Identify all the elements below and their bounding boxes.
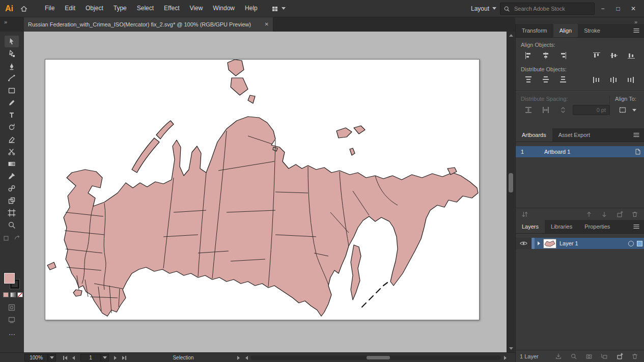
distribute-vertical-center-icon[interactable]	[538, 74, 553, 86]
rotate-tool[interactable]	[5, 121, 19, 133]
artboard-list-item[interactable]: 1 Artboard 1	[516, 146, 644, 157]
rectangle-tool[interactable]	[5, 85, 19, 96]
zoom-level-field[interactable]: 100%	[24, 354, 48, 361]
first-artboard-button[interactable]	[63, 356, 67, 360]
tab-align[interactable]: Align	[553, 24, 578, 37]
scissors-tool[interactable]	[5, 146, 19, 157]
panel-menu-icon[interactable]	[633, 128, 644, 142]
new-artboard-icon[interactable]	[614, 209, 625, 220]
menu-type[interactable]: Type	[108, 0, 132, 17]
menu-edit[interactable]: Edit	[60, 0, 80, 17]
zoom-dropdown-button[interactable]	[48, 354, 56, 361]
artboard-page-icon[interactable]	[632, 146, 644, 157]
minimize-button[interactable]: −	[595, 0, 610, 17]
layer-name[interactable]: Layer 1	[559, 240, 578, 246]
tab-properties[interactable]: Properties	[578, 220, 616, 233]
horizontal-scrollbar[interactable]	[250, 355, 501, 360]
maximize-button[interactable]: □	[610, 0, 626, 17]
search-input[interactable]	[513, 5, 591, 12]
screen-mode-icon[interactable]	[5, 314, 19, 325]
canvas-area[interactable]	[24, 32, 507, 352]
delete-layer-icon[interactable]	[630, 351, 640, 362]
align-right-icon[interactable]	[555, 50, 571, 61]
align-vertical-center-icon[interactable]	[606, 50, 622, 61]
align-top-icon[interactable]	[589, 50, 604, 61]
align-left-icon[interactable]	[521, 50, 536, 61]
layer-thumbnail[interactable]	[543, 239, 556, 248]
close-button[interactable]: ✕	[626, 0, 641, 17]
vertical-scrollbar[interactable]	[507, 32, 515, 352]
panel-menu-icon[interactable]	[633, 220, 644, 233]
menu-help[interactable]: Help	[240, 0, 263, 17]
panel-menu-icon[interactable]	[633, 24, 644, 37]
menu-select[interactable]: Select	[132, 0, 159, 17]
blend-tool[interactable]	[5, 182, 19, 194]
vertical-scroll-thumb[interactable]	[509, 173, 513, 192]
selection-tool[interactable]	[5, 36, 19, 47]
move-up-icon[interactable]	[584, 209, 594, 220]
gradient-button[interactable]	[10, 292, 16, 297]
horizontal-spacing-icon[interactable]	[538, 104, 553, 116]
make-mask-icon[interactable]	[584, 351, 594, 362]
close-document-icon[interactable]: ✕	[265, 21, 269, 27]
menu-file[interactable]: File	[40, 0, 60, 17]
layer-list-item[interactable]: Layer 1	[516, 238, 644, 249]
next-artboard-button[interactable]	[114, 356, 117, 360]
chevron-down-icon[interactable]	[632, 109, 636, 112]
horizontal-scroll-thumb[interactable]	[367, 356, 390, 359]
artboard-tool[interactable]	[5, 207, 19, 218]
curvature-tool[interactable]	[5, 72, 19, 84]
swap-fill-stroke-icon[interactable]	[12, 232, 22, 244]
direct-selection-tool[interactable]	[5, 48, 19, 60]
align-to-selection-icon[interactable]	[615, 104, 630, 116]
tab-transform[interactable]: Transform	[516, 24, 553, 37]
pen-tool[interactable]	[5, 60, 19, 72]
artboard[interactable]	[45, 59, 480, 320]
home-icon[interactable]	[17, 3, 31, 15]
artboard-nav-dropdown[interactable]	[101, 354, 109, 361]
distribute-bottom-icon[interactable]	[555, 74, 571, 86]
scroll-up-icon[interactable]	[509, 34, 513, 37]
zoom-tool[interactable]	[5, 219, 19, 231]
collect-for-export-icon[interactable]	[553, 351, 564, 362]
distribute-horizontal-center-icon[interactable]	[606, 74, 622, 86]
tab-libraries[interactable]: Libraries	[545, 220, 578, 233]
adobe-stock-search[interactable]	[500, 3, 595, 15]
scroll-left-icon[interactable]	[245, 356, 248, 360]
tab-layers[interactable]: Layers	[516, 220, 545, 233]
color-button[interactable]	[3, 292, 9, 297]
layer-target-icon[interactable]	[628, 241, 634, 246]
menu-effect[interactable]: Effect	[159, 0, 184, 17]
distribute-top-icon[interactable]	[521, 74, 536, 86]
spacing-value-field[interactable]: 0 pt	[573, 105, 609, 115]
menu-window[interactable]: Window	[208, 0, 240, 17]
layout-workspace-button[interactable]: Layout	[471, 0, 496, 17]
drawing-modes-icon[interactable]	[5, 301, 19, 313]
status-expand-icon[interactable]	[237, 356, 240, 360]
move-down-icon[interactable]	[599, 209, 609, 220]
selection-mode-icon[interactable]	[1, 232, 11, 244]
new-layer-icon[interactable]	[614, 351, 625, 362]
last-artboard-button[interactable]	[122, 356, 126, 360]
edit-toolbar-button[interactable]: …	[0, 328, 24, 337]
spacing-stepper[interactable]	[555, 104, 571, 116]
scroll-right-icon[interactable]	[504, 356, 507, 360]
reorder-artboards-icon[interactable]	[520, 209, 530, 220]
tab-stroke[interactable]: Stroke	[578, 24, 606, 37]
tab-asset-export[interactable]: Asset Export	[552, 128, 596, 142]
fill-color-swatch[interactable]	[4, 273, 15, 284]
distribute-left-icon[interactable]	[589, 74, 604, 86]
workspace-switcher-button[interactable]	[271, 5, 286, 13]
align-horizontal-center-icon[interactable]	[538, 50, 553, 61]
locate-object-icon[interactable]	[569, 351, 579, 362]
eraser-tool[interactable]	[5, 133, 19, 145]
delete-artboard-icon[interactable]	[630, 209, 640, 220]
menu-view[interactable]: View	[185, 0, 208, 17]
toolbar-collapse-icon[interactable]: »	[4, 19, 7, 25]
document-tab[interactable]: Russian Federation_with_Crimea_ISO(Merca…	[24, 17, 273, 32]
pencil-tool[interactable]	[5, 97, 19, 108]
tab-artboards[interactable]: Artboards	[516, 128, 552, 142]
vertical-spacing-icon[interactable]	[521, 104, 536, 116]
expand-layer-icon[interactable]	[538, 241, 540, 245]
menu-object[interactable]: Object	[80, 0, 108, 17]
